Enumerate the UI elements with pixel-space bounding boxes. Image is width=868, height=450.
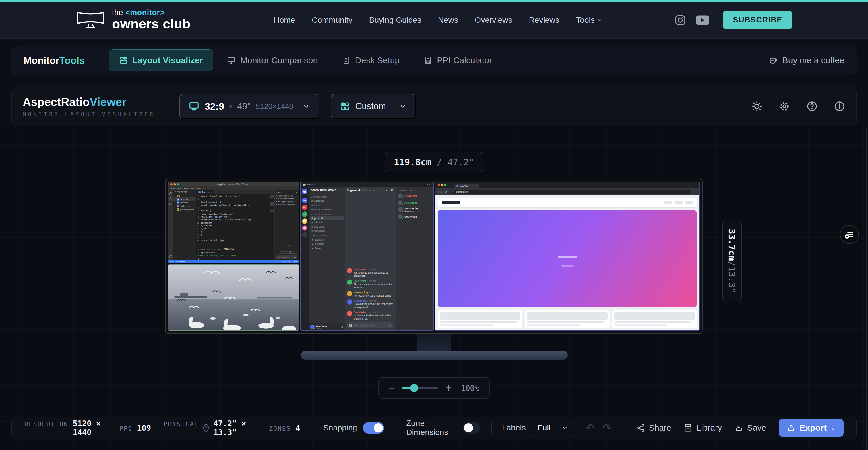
discord-channel-sidebar: Aspect Ratio Viewer⌄ ⌄ INFORMATION #welc… (309, 187, 345, 331)
user-status: Online (316, 327, 327, 329)
close-icon: × (211, 191, 212, 193)
site-logo[interactable]: the <monitor> owners club (76, 8, 191, 32)
help-circle-icon[interactable]: ? (203, 424, 209, 431)
info-icon[interactable] (834, 101, 845, 112)
member-row: DevMaster (398, 193, 431, 198)
nav-news[interactable]: News (438, 16, 458, 25)
layers-list-icon (844, 230, 854, 240)
stat-zones: ZONES 4 (269, 424, 300, 432)
tab-layout-visualizer[interactable]: Layout Visualizer (109, 50, 213, 71)
online-status-dot (313, 328, 315, 329)
snapping-toggle[interactable] (363, 422, 384, 433)
avatar (398, 200, 403, 205)
avatar (347, 311, 352, 316)
layout-preset-select[interactable]: Custom (331, 94, 415, 119)
zoom-control: − + 100% (378, 377, 490, 399)
zone-photo[interactable] (168, 264, 299, 331)
attach-icon: + (349, 324, 352, 327)
curved-monitor-logo-icon (76, 11, 105, 30)
chat-message: PixelArtist10:25 AMThe new aspect ratio … (347, 280, 394, 289)
layout-canvas[interactable]: 119.8cm / 47.2" App.tsx — AspectRatioVie… (0, 127, 868, 450)
channel-off-topic: #off-topic (310, 220, 344, 225)
stat-resolution: RESOLUTION 5120 × 1440 (24, 419, 106, 437)
editor-main: TSApp.tsx× 1import { useState } from 're… (196, 190, 274, 260)
files-icon (169, 192, 172, 195)
panel-tab-output: OUTPUT (212, 248, 221, 250)
discord-home-icon (302, 189, 307, 194)
browser-toolbar: ‹ › ⟳ example.com ⋮ (435, 188, 699, 195)
undo-button[interactable]: ↶ (586, 423, 594, 433)
nav-home[interactable]: Home (274, 16, 296, 25)
zone-dimensions-control: Zone Dimensions (406, 419, 480, 437)
nav-buying-guides[interactable]: Buying Guides (369, 16, 422, 25)
nav-tools-dropdown[interactable]: Tools (576, 16, 602, 25)
settings-gear-icon[interactable] (779, 101, 790, 112)
zone-dimensions-toggle[interactable] (463, 422, 480, 433)
youtube-icon[interactable] (696, 15, 709, 25)
monitor-stand-base (301, 350, 568, 360)
add-server-icon: + (302, 232, 307, 237)
subscribe-button[interactable]: SUBSCRIBE (723, 11, 792, 29)
discord-logo-icon (303, 184, 306, 186)
status-dot (401, 218, 403, 220)
labels-select[interactable]: Full (532, 420, 574, 436)
monitor-width-label: 119.8cm / 47.2" (384, 152, 484, 172)
redo-button[interactable]: ↷ (603, 423, 611, 433)
zone-code-editor[interactable]: App.tsx — AspectRatioViewer FileEditView… (168, 182, 299, 263)
user-avatar (310, 325, 315, 329)
discord-message-input: + Message #general ☺ (347, 322, 394, 329)
layout-grid-icon (119, 56, 128, 65)
discord-server-rail: AR GD TS MC ST + (301, 187, 309, 331)
forward-icon: › (441, 190, 443, 193)
discord-members-list: ONLINE \U2014 4 DevMaster PixelArtist St… (396, 187, 433, 331)
server-name-header: Aspect Ratio Viewer⌄ (309, 187, 345, 193)
nav-community[interactable]: Community (312, 16, 352, 25)
export-button[interactable]: Export ⌄ (779, 419, 844, 437)
editor-tab-app-tsx: TSApp.tsx× (196, 190, 214, 194)
zone-browser[interactable]: New Tab + ‹ › ⟳ example.com ⋮ (435, 182, 700, 331)
chat-icon (169, 255, 172, 258)
share-button[interactable]: Share (637, 423, 671, 433)
menu-view: View (184, 187, 189, 190)
help-icon[interactable] (806, 101, 818, 112)
nav-overviews[interactable]: Overviews (475, 16, 513, 25)
page-scrollbar[interactable] (866, 127, 867, 450)
plus-icon: + (296, 191, 298, 194)
save-button[interactable]: Save (735, 423, 766, 433)
snapping-label: Snapping (323, 423, 357, 432)
back-icon: ‹ (438, 190, 439, 193)
speaker-icon (311, 238, 314, 241)
zoom-slider-knob[interactable] (410, 384, 418, 392)
zoom-slider[interactable] (402, 387, 438, 389)
members-icon (390, 189, 394, 191)
voice-music: Music (310, 246, 344, 251)
chat-message: CodeNinja10:30 AMHow did you handle the … (347, 300, 394, 309)
zoom-in-button[interactable]: + (445, 383, 452, 393)
speaker-icon (311, 247, 314, 250)
buy-me-a-coffee-button[interactable]: Buy me a coffee (769, 55, 844, 65)
zone-dimensions-label: Zone Dimensions (406, 419, 457, 437)
layers-panel-toggle-button[interactable] (840, 225, 859, 244)
editor-activity-bar (168, 190, 173, 260)
zone-discord[interactable]: Discord AR GD TS MC ST + Asp (300, 182, 434, 331)
tab-monitor-comparison[interactable]: Monitor Comparison (217, 50, 328, 71)
tab-ppi-calculator[interactable]: PPI Calculator (414, 50, 502, 71)
divider (97, 54, 97, 67)
site-header: the <monitor> owners club Home Community… (0, 2, 868, 38)
browser-tab: New Tab (454, 184, 479, 188)
instagram-icon[interactable] (674, 14, 686, 26)
channel-dev-chat: #dev-chat (310, 225, 344, 229)
agent-input: Ask something... (276, 255, 298, 259)
site-logo-text: the <monitor> owners club (112, 8, 191, 32)
library-button[interactable]: Library (684, 423, 722, 433)
monitor-preset-select[interactable]: 32:9 49" 5120×1440 (179, 94, 319, 119)
brightness-icon[interactable] (751, 101, 763, 112)
channel-welcome: #welcome (310, 199, 344, 203)
online-members-label: ONLINE \U2014 4 (398, 189, 431, 192)
zoom-out-button[interactable]: − (389, 383, 395, 393)
tab-desk-setup[interactable]: Desk Setup (332, 50, 410, 71)
server-avatar: ST (302, 225, 307, 231)
divider (167, 100, 167, 113)
left-zone-column: App.tsx — AspectRatioViewer FileEditView… (168, 182, 299, 331)
nav-reviews[interactable]: Reviews (529, 16, 559, 25)
